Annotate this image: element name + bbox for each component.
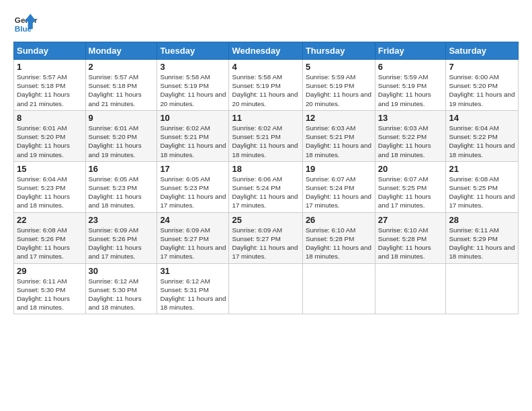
day-number: 13: [378, 113, 443, 123]
day-number: 1: [17, 62, 83, 72]
day-number: 29: [17, 266, 83, 276]
day-info: Sunrise: 6:12 AM Sunset: 5:31 PM Dayligh…: [160, 277, 226, 312]
calendar-day-cell: 9 Sunrise: 6:01 AM Sunset: 5:20 PM Dayli…: [85, 110, 157, 161]
calendar-body: 1 Sunrise: 5:57 AM Sunset: 5:18 PM Dayli…: [14, 60, 519, 314]
day-info: Sunrise: 5:59 AM Sunset: 5:19 PM Dayligh…: [378, 73, 443, 108]
calendar-day-cell: 20 Sunrise: 6:07 AM Sunset: 5:25 PM Dayl…: [375, 161, 446, 212]
calendar-week-row: 8 Sunrise: 6:01 AM Sunset: 5:20 PM Dayli…: [14, 110, 519, 161]
calendar-day-cell: 23 Sunrise: 6:09 AM Sunset: 5:26 PM Dayl…: [85, 212, 157, 263]
calendar-day-cell: [446, 263, 519, 314]
day-number: 16: [89, 164, 154, 174]
day-number: 2: [89, 62, 154, 72]
calendar-day-cell: 28 Sunrise: 6:11 AM Sunset: 5:29 PM Dayl…: [446, 212, 519, 263]
calendar-day-cell: 15 Sunrise: 6:04 AM Sunset: 5:23 PM Dayl…: [14, 161, 86, 212]
weekday-header-cell: Saturday: [446, 42, 519, 60]
day-info: Sunrise: 5:59 AM Sunset: 5:19 PM Dayligh…: [306, 73, 372, 108]
header: General Blue: [13, 11, 519, 35]
day-info: Sunrise: 6:05 AM Sunset: 5:23 PM Dayligh…: [89, 175, 154, 210]
day-number: 27: [378, 215, 443, 225]
day-number: 7: [449, 62, 515, 72]
calendar-day-cell: [229, 263, 302, 314]
calendar-day-cell: 2 Sunrise: 5:57 AM Sunset: 5:18 PM Dayli…: [85, 60, 157, 111]
calendar-day-cell: 31 Sunrise: 6:12 AM Sunset: 5:31 PM Dayl…: [157, 263, 229, 314]
day-info: Sunrise: 6:10 AM Sunset: 5:28 PM Dayligh…: [378, 226, 443, 261]
day-info: Sunrise: 6:11 AM Sunset: 5:30 PM Dayligh…: [17, 277, 83, 312]
day-number: 6: [378, 62, 443, 72]
calendar-day-cell: [302, 263, 375, 314]
calendar-day-cell: 27 Sunrise: 6:10 AM Sunset: 5:28 PM Dayl…: [375, 212, 446, 263]
calendar-day-cell: 12 Sunrise: 6:03 AM Sunset: 5:21 PM Dayl…: [302, 110, 375, 161]
calendar-day-cell: 13 Sunrise: 6:03 AM Sunset: 5:22 PM Dayl…: [375, 110, 446, 161]
day-number: 9: [89, 113, 154, 123]
weekday-header-cell: Sunday: [14, 42, 86, 60]
calendar-day-cell: 5 Sunrise: 5:59 AM Sunset: 5:19 PM Dayli…: [302, 60, 375, 111]
day-number: 3: [160, 62, 226, 72]
day-info: Sunrise: 6:00 AM Sunset: 5:20 PM Dayligh…: [449, 73, 515, 108]
day-info: Sunrise: 6:03 AM Sunset: 5:21 PM Dayligh…: [306, 124, 372, 159]
calendar-day-cell: 18 Sunrise: 6:06 AM Sunset: 5:24 PM Dayl…: [229, 161, 302, 212]
day-number: 24: [160, 215, 226, 225]
day-number: 5: [306, 62, 372, 72]
day-number: 25: [232, 215, 299, 225]
calendar-day-cell: 4 Sunrise: 5:58 AM Sunset: 5:19 PM Dayli…: [229, 60, 302, 111]
day-info: Sunrise: 6:06 AM Sunset: 5:24 PM Dayligh…: [232, 175, 299, 210]
calendar-week-row: 15 Sunrise: 6:04 AM Sunset: 5:23 PM Dayl…: [14, 161, 519, 212]
weekday-header-cell: Friday: [375, 42, 446, 60]
calendar-week-row: 1 Sunrise: 5:57 AM Sunset: 5:18 PM Dayli…: [14, 60, 519, 111]
day-info: Sunrise: 5:58 AM Sunset: 5:19 PM Dayligh…: [160, 73, 226, 108]
calendar-day-cell: 3 Sunrise: 5:58 AM Sunset: 5:19 PM Dayli…: [157, 60, 229, 111]
logo: General Blue: [13, 11, 38, 35]
day-number: 11: [232, 113, 299, 123]
day-info: Sunrise: 6:03 AM Sunset: 5:22 PM Dayligh…: [378, 124, 443, 159]
day-info: Sunrise: 6:07 AM Sunset: 5:24 PM Dayligh…: [306, 175, 372, 210]
day-number: 19: [306, 164, 372, 174]
calendar-day-cell: 30 Sunrise: 6:12 AM Sunset: 5:30 PM Dayl…: [85, 263, 157, 314]
calendar-day-cell: 11 Sunrise: 6:02 AM Sunset: 5:21 PM Dayl…: [229, 110, 302, 161]
day-info: Sunrise: 6:09 AM Sunset: 5:27 PM Dayligh…: [160, 226, 226, 261]
day-number: 26: [306, 215, 372, 225]
calendar-day-cell: 19 Sunrise: 6:07 AM Sunset: 5:24 PM Dayl…: [302, 161, 375, 212]
weekday-header-cell: Thursday: [302, 42, 375, 60]
day-number: 18: [232, 164, 299, 174]
day-number: 17: [160, 164, 226, 174]
day-info: Sunrise: 6:01 AM Sunset: 5:20 PM Dayligh…: [17, 124, 83, 159]
day-info: Sunrise: 6:01 AM Sunset: 5:20 PM Dayligh…: [89, 124, 154, 159]
calendar-page: General Blue SundayMondayTuesdayWednesda…: [0, 0, 532, 411]
day-info: Sunrise: 6:05 AM Sunset: 5:23 PM Dayligh…: [160, 175, 226, 210]
day-info: Sunrise: 6:11 AM Sunset: 5:29 PM Dayligh…: [449, 226, 515, 261]
calendar-day-cell: 24 Sunrise: 6:09 AM Sunset: 5:27 PM Dayl…: [157, 212, 229, 263]
weekday-header-cell: Monday: [85, 42, 157, 60]
day-info: Sunrise: 6:08 AM Sunset: 5:25 PM Dayligh…: [449, 175, 515, 210]
day-number: 14: [449, 113, 515, 123]
weekday-header-cell: Tuesday: [157, 42, 229, 60]
day-number: 15: [17, 164, 83, 174]
day-number: 30: [89, 266, 154, 276]
calendar-day-cell: 7 Sunrise: 6:00 AM Sunset: 5:20 PM Dayli…: [446, 60, 519, 111]
day-info: Sunrise: 5:58 AM Sunset: 5:19 PM Dayligh…: [232, 73, 299, 108]
calendar-week-row: 22 Sunrise: 6:08 AM Sunset: 5:26 PM Dayl…: [14, 212, 519, 263]
weekday-header-row: SundayMondayTuesdayWednesdayThursdayFrid…: [14, 42, 519, 60]
day-number: 28: [449, 215, 515, 225]
day-info: Sunrise: 6:07 AM Sunset: 5:25 PM Dayligh…: [378, 175, 443, 210]
day-number: 4: [232, 62, 299, 72]
day-number: 21: [449, 164, 515, 174]
calendar-day-cell: [375, 263, 446, 314]
day-number: 8: [17, 113, 83, 123]
calendar-day-cell: 21 Sunrise: 6:08 AM Sunset: 5:25 PM Dayl…: [446, 161, 519, 212]
calendar-day-cell: 8 Sunrise: 6:01 AM Sunset: 5:20 PM Dayli…: [14, 110, 86, 161]
day-info: Sunrise: 6:12 AM Sunset: 5:30 PM Dayligh…: [89, 277, 154, 312]
day-number: 12: [306, 113, 372, 123]
calendar-day-cell: 10 Sunrise: 6:02 AM Sunset: 5:21 PM Dayl…: [157, 110, 229, 161]
calendar-week-row: 29 Sunrise: 6:11 AM Sunset: 5:30 PM Dayl…: [14, 263, 519, 314]
calendar-day-cell: 26 Sunrise: 6:10 AM Sunset: 5:28 PM Dayl…: [302, 212, 375, 263]
day-info: Sunrise: 6:09 AM Sunset: 5:27 PM Dayligh…: [232, 226, 299, 261]
day-number: 20: [378, 164, 443, 174]
calendar-day-cell: 22 Sunrise: 6:08 AM Sunset: 5:26 PM Dayl…: [14, 212, 86, 263]
day-number: 23: [89, 215, 154, 225]
day-number: 10: [160, 113, 226, 123]
weekday-header-cell: Wednesday: [229, 42, 302, 60]
calendar-day-cell: 6 Sunrise: 5:59 AM Sunset: 5:19 PM Dayli…: [375, 60, 446, 111]
calendar-table: SundayMondayTuesdayWednesdayThursdayFrid…: [13, 42, 519, 314]
day-info: Sunrise: 6:04 AM Sunset: 5:23 PM Dayligh…: [17, 175, 83, 210]
day-info: Sunrise: 6:10 AM Sunset: 5:28 PM Dayligh…: [306, 226, 372, 261]
